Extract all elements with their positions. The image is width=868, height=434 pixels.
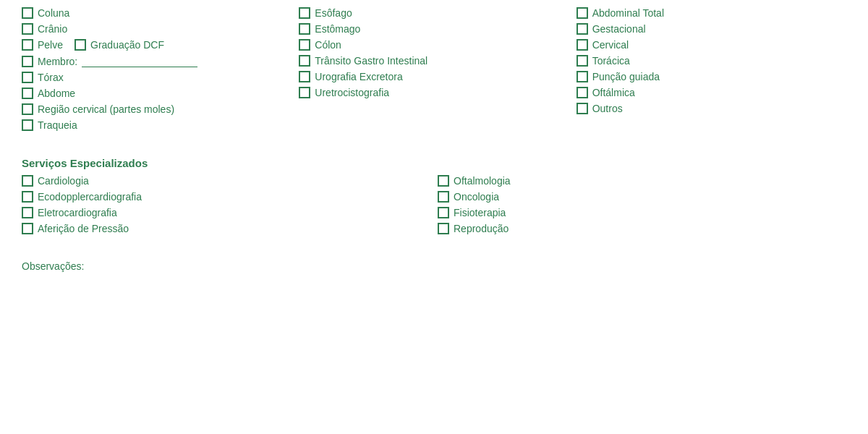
services-grid: Cardiologia Ecodopplercardiografia Eletr… (22, 175, 846, 239)
checkbox-membro[interactable] (22, 56, 33, 67)
checkbox-oncologia[interactable] (438, 191, 449, 203)
list-item: Aferição de Pressão (22, 223, 430, 234)
checkbox-puncao-guiada[interactable] (576, 71, 588, 82)
checkbox-cranio[interactable] (22, 23, 33, 35)
list-item: Cólon (299, 39, 569, 51)
col2-items: Esôfago Estômago Cólon Trânsito Gastro I… (299, 7, 569, 135)
label-outros: Outros (592, 103, 623, 114)
checkbox-outros[interactable] (576, 103, 588, 114)
pelve-row: Pelve Graduação DCF (22, 39, 292, 51)
checkbox-afeicao-pressao[interactable] (22, 223, 33, 234)
list-item: Uretrocistografia (299, 87, 569, 98)
label-reproducao: Reprodução (454, 223, 509, 234)
list-item: Urografia Excretora (299, 71, 569, 82)
label-oncologia: Oncologia (454, 191, 499, 203)
label-cervical: Cervical (592, 39, 629, 51)
checkbox-abdominal-total[interactable] (576, 7, 588, 19)
label-traqueia: Traqueia (38, 119, 77, 131)
checkbox-torax[interactable] (22, 72, 33, 83)
checkbox-regiao-cervical[interactable] (22, 103, 33, 115)
membro-input[interactable] (82, 55, 197, 67)
label-fisioterapia: Fisioterapia (454, 207, 506, 218)
label-uretrocisto: Uretrocistografia (315, 87, 389, 98)
list-item: Tórax (22, 72, 292, 83)
list-item: Região cervical (partes moles) (22, 103, 292, 115)
list-item: Abdome (22, 88, 292, 99)
checkbox-gestacional[interactable] (576, 23, 588, 35)
list-item: Ecodopplercardiografia (22, 191, 430, 203)
label-toracica: Torácica (592, 55, 630, 67)
list-item: Estômago (299, 23, 569, 35)
label-urografia: Urografia Excretora (315, 71, 402, 82)
label-cardiologia: Cardiologia (38, 175, 89, 187)
label-graduacao-dcf: Graduação DCF (90, 39, 164, 51)
list-item: Esôfago (299, 7, 569, 19)
list-item: Torácica (576, 55, 846, 67)
checkbox-reproducao[interactable] (438, 223, 449, 234)
checkbox-estomago[interactable] (299, 23, 310, 35)
checkbox-toracica[interactable] (576, 55, 588, 67)
checkbox-eletrocardiografia[interactable] (22, 207, 33, 218)
checkbox-cardiologia[interactable] (22, 175, 33, 187)
list-item: Trânsito Gastro Intestinal (299, 55, 569, 67)
services-col2: Oftalmologia Oncologia Fisioterapia Repr… (438, 175, 846, 239)
checkbox-oftalmologia[interactable] (438, 175, 449, 187)
list-item: Oftálmica (576, 87, 846, 98)
checkbox-fisioterapia[interactable] (438, 207, 449, 218)
list-item: Membro: (22, 55, 292, 67)
list-item: Punção guiada (576, 71, 846, 82)
label-torax: Tórax (38, 72, 64, 83)
checkbox-graduacao-dcf[interactable] (75, 39, 86, 51)
label-oftalmologia: Oftalmologia (454, 175, 511, 187)
label-puncao-guiada: Punção guiada (592, 71, 660, 82)
list-item: Oftalmologia (438, 175, 846, 187)
checkbox-abdome[interactable] (22, 88, 33, 99)
checkbox-coluna[interactable] (22, 7, 33, 19)
label-gestacional: Gestacional (592, 23, 646, 35)
label-afeicao-pressao: Aferição de Pressão (38, 223, 129, 234)
observations-label: Observações: (22, 260, 84, 272)
col3-items: Abdominal Total Gestacional Cervical Tor… (576, 7, 846, 135)
list-item: Eletrocardiografia (22, 207, 430, 218)
label-eletrocardiografia: Eletrocardiografia (38, 207, 117, 218)
list-item: Abdominal Total (576, 7, 846, 19)
label-estomago: Estômago (315, 23, 360, 35)
list-item: Reprodução (438, 223, 846, 234)
checkbox-uretrocisto[interactable] (299, 87, 310, 98)
label-coluna: Coluna (38, 7, 69, 19)
services-title: Serviços Especializados (22, 157, 846, 169)
checkbox-traqueia[interactable] (22, 119, 33, 131)
list-item: Cardiologia (22, 175, 430, 187)
list-item: Gestacional (576, 23, 846, 35)
checkbox-cervical[interactable] (576, 39, 588, 51)
label-membro: Membro: (38, 56, 77, 67)
checkbox-pelve[interactable] (22, 39, 33, 51)
label-regiao-cervical: Região cervical (partes moles) (38, 103, 174, 115)
list-item: Oncologia (438, 191, 846, 203)
list-item: Fisioterapia (438, 207, 846, 218)
services-section: Serviços Especializados Cardiologia Ecod… (22, 157, 846, 239)
checkbox-transito-gastro[interactable] (299, 55, 310, 67)
list-item: Traqueia (22, 119, 292, 131)
col1-items: Coluna Crânio Pelve Graduação DCF Membro… (22, 7, 292, 135)
label-pelve: Pelve (38, 39, 63, 51)
services-col1: Cardiologia Ecodopplercardiografia Eletr… (22, 175, 430, 239)
label-ecocardiografia: Ecodopplercardiografia (38, 191, 142, 203)
checkbox-esofago[interactable] (299, 7, 310, 19)
label-oftalmica: Oftálmica (592, 87, 635, 98)
checkbox-colon[interactable] (299, 39, 310, 51)
label-colon: Cólon (315, 39, 341, 51)
checkbox-urografia[interactable] (299, 71, 310, 82)
list-item: Outros (576, 103, 846, 114)
label-abdominal-total: Abdominal Total (592, 7, 664, 19)
list-item: Cervical (576, 39, 846, 51)
label-esofago: Esôfago (315, 7, 352, 19)
checkbox-ecocardiografia[interactable] (22, 191, 33, 203)
list-item: Crânio (22, 23, 292, 35)
checkbox-oftalmica[interactable] (576, 87, 588, 98)
label-cranio: Crânio (38, 23, 67, 35)
list-item: Coluna (22, 7, 292, 19)
observations-section: Observações: (22, 260, 846, 272)
label-abdome: Abdome (38, 88, 75, 99)
label-transito-gastro: Trânsito Gastro Intestinal (315, 55, 427, 67)
